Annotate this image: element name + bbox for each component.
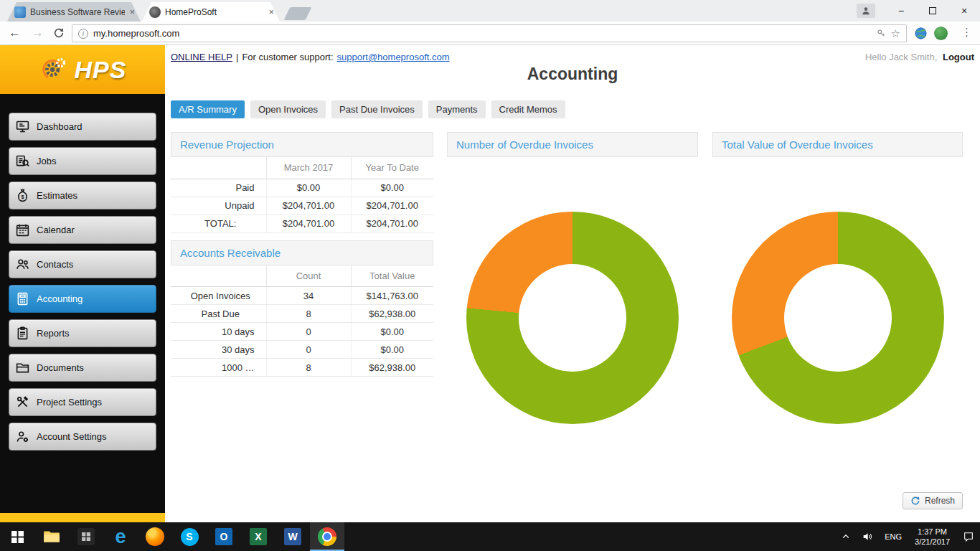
table-row: 10 days 0 $0.00: [171, 323, 433, 341]
sidebar: HPS Dashboard Jobs $ Estimates Calendar: [0, 45, 165, 522]
tab-open-invoices[interactable]: Open Invoices: [250, 100, 326, 118]
table-row: 1000 … 8 $62,938.00: [171, 359, 433, 377]
taskbar-clock[interactable]: 1:37 PM 3/21/2017: [908, 527, 957, 547]
sidebar-item-label: Calendar: [37, 225, 75, 235]
sidebar-item-account-settings[interactable]: Account Settings: [9, 423, 156, 451]
new-tab-button[interactable]: [284, 7, 312, 20]
browser-tab-inactive[interactable]: Business Software Review ×: [7, 2, 141, 22]
reload-button[interactable]: [53, 27, 65, 43]
page-action-icon[interactable]: [877, 29, 886, 38]
refresh-icon: [910, 496, 920, 506]
row-label: 1000 …: [171, 359, 266, 377]
row-label: Unpaid: [171, 197, 266, 215]
outlook-icon[interactable]: O: [207, 522, 241, 551]
documents-icon: [15, 360, 37, 375]
window-close-button[interactable]: ×: [948, 0, 980, 22]
chrome-icon[interactable]: [310, 522, 344, 551]
bookmark-star-icon[interactable]: ☆: [891, 28, 900, 39]
tray-chevron-up-icon[interactable]: [836, 522, 856, 551]
tab-past-due-invoices[interactable]: Past Due Invoices: [331, 100, 423, 118]
sidebar-item-jobs[interactable]: Jobs: [9, 147, 156, 175]
dashboard-icon: [15, 119, 37, 134]
column-header: [171, 157, 266, 179]
sidebar-item-label: Jobs: [37, 156, 56, 166]
help-bar: ONLINE HELP|For customer support:support…: [171, 52, 450, 62]
column-header: Year To Date: [351, 157, 433, 179]
window-minimize-button[interactable]: −: [885, 0, 917, 22]
support-email-link[interactable]: support@homeprosoft.com: [337, 52, 450, 62]
action-center-icon[interactable]: [957, 522, 980, 551]
volume-icon[interactable]: [856, 522, 879, 551]
tab-payments[interactable]: Payments: [428, 100, 486, 118]
logout-link[interactable]: Logout: [943, 52, 974, 62]
url-text[interactable]: my.homeprosoft.com: [93, 28, 872, 39]
tab-credit-memos[interactable]: Credit Memos: [491, 100, 565, 118]
sidebar-item-label: Project Settings: [37, 397, 102, 408]
browser-tab-active[interactable]: HomeProSoft ×: [142, 2, 280, 22]
donut-hole: [784, 264, 892, 372]
address-bar[interactable]: i my.homeprosoft.com ☆: [72, 24, 907, 42]
green-extension-icon[interactable]: [934, 27, 948, 40]
greeting-text: Hello Jack Smith,: [865, 52, 937, 62]
tab-close-icon[interactable]: ×: [264, 6, 274, 17]
sidebar-item-reports[interactable]: Reports: [9, 319, 156, 347]
sidebar-item-contacts[interactable]: Contacts: [9, 250, 156, 278]
globe-extension-icon[interactable]: [914, 27, 928, 40]
sidebar-item-estimates[interactable]: $ Estimates: [9, 182, 156, 209]
overdue-value-donut-chart: [732, 212, 944, 424]
taskbar-store-icon[interactable]: [69, 522, 103, 551]
clock-time: 1:37 PM: [918, 527, 947, 536]
table-header-row: Count Total Value: [171, 265, 433, 287]
cell-value: 8: [266, 305, 351, 323]
logo-text: HPS: [75, 56, 127, 84]
edge-icon[interactable]: e: [103, 522, 138, 551]
start-button[interactable]: [0, 522, 34, 551]
reports-icon: [15, 326, 37, 341]
profile-button[interactable]: [857, 4, 875, 18]
sidebar-item-calendar[interactable]: Calendar: [9, 216, 156, 244]
table-row: Paid $0.00 $0.00: [171, 179, 433, 197]
window-controls: − ×: [857, 0, 980, 22]
gears-logo-icon: [39, 53, 72, 86]
sidebar-item-project-settings[interactable]: Project Settings: [9, 388, 156, 416]
cell-value: $62,938.00: [351, 305, 433, 323]
browser-menu-icon[interactable]: ⋮: [961, 26, 972, 39]
skype-icon[interactable]: S: [172, 522, 207, 551]
table-total-row: TOTAL: $204,701.00 $204,701.00: [171, 215, 433, 232]
svg-text:$: $: [21, 194, 24, 200]
online-help-link[interactable]: ONLINE HELP: [171, 52, 232, 62]
project-settings-icon: [15, 395, 37, 410]
column-header: Total Value: [351, 265, 433, 287]
revenue-projection-table: March 2017 Year To Date Paid $0.00 $0.00…: [171, 157, 433, 233]
estimates-icon: $: [15, 188, 37, 203]
column-header: March 2017: [266, 157, 351, 179]
back-button[interactable]: ←: [9, 25, 21, 41]
tab-close-icon[interactable]: ×: [125, 6, 135, 17]
refresh-button[interactable]: Refresh: [903, 492, 963, 509]
window-maximize-button[interactable]: [917, 0, 948, 22]
word-icon[interactable]: W: [275, 522, 310, 551]
browser-tabstrip: Business Software Review × HomeProSoft ×…: [0, 0, 980, 22]
table-row: Past Due 8 $62,938.00: [171, 305, 433, 323]
cell-value: 8: [266, 359, 351, 377]
table-row: 30 days 0 $0.00: [171, 341, 433, 359]
firefox-icon[interactable]: [138, 522, 172, 551]
sidebar-item-dashboard[interactable]: Dashboard: [9, 113, 156, 141]
overdue-value-header: Total Value of Overdue Invoices: [712, 132, 963, 157]
language-indicator[interactable]: ENG: [879, 522, 908, 551]
sidebar-item-label: Accounting: [37, 293, 83, 304]
support-label: For customer support:: [242, 52, 333, 62]
app-logo[interactable]: HPS: [0, 45, 165, 94]
excel-icon[interactable]: X: [241, 522, 275, 551]
table-header-row: March 2017 Year To Date: [171, 157, 433, 179]
sidebar-item-documents[interactable]: Documents: [9, 354, 156, 382]
sidebar-item-accounting[interactable]: Accounting: [9, 285, 156, 313]
file-explorer-icon[interactable]: [34, 522, 69, 551]
main-content: ONLINE HELP|For customer support:support…: [165, 45, 980, 522]
tab-ar-summary[interactable]: A/R Summary: [171, 100, 245, 118]
sidebar-item-label: Contacts: [37, 259, 73, 270]
accounts-receivable-header: Accounts Receivable: [171, 240, 433, 265]
info-icon[interactable]: i: [78, 29, 88, 39]
forward-button[interactable]: →: [32, 25, 44, 41]
cell-value: $0.00: [351, 323, 433, 341]
